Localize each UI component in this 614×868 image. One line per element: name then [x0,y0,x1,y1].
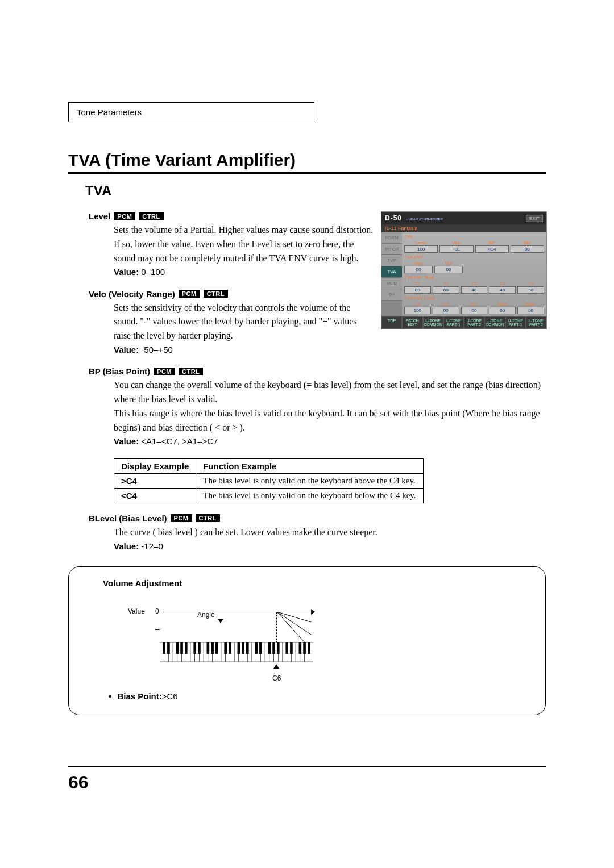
bp-desc2: This bias range is where the bias level … [114,407,546,435]
scr-main: TVA Level100 Velo+31 BP<C4 Blvl00 TVA EN… [402,232,546,316]
svg-rect-42 [176,642,179,654]
svg-rect-64 [308,642,310,654]
scr-btm-2[interactable]: U-TONE COMMON [423,316,443,329]
bp-label: BP (Bias Point) [89,366,150,376]
scr-side-settings[interactable]: ⚙≡ [381,289,402,301]
bp-value-label: Value: [114,436,139,446]
level-value-label: Value: [114,267,139,277]
bp-desc1: You can change the overall volume of the… [114,378,546,407]
vol-dashed-line [276,612,277,646]
scr-btm-top[interactable]: TOP [381,316,402,329]
blevel-value: -12–0 [141,541,163,551]
ctrl-tag: CTRL [179,368,203,375]
svg-rect-40 [163,642,165,654]
vol-heading: Volume Adjustment [103,578,528,588]
blevel-desc: The curve ( bias level ) can be set. Low… [114,525,546,540]
td-func-1: The bias level is only valid on the keyb… [196,488,423,503]
scr-sec-envlevel: TVA ENV Level [404,295,544,301]
svg-rect-45 [193,642,196,654]
svg-rect-52 [238,642,240,654]
param-blevel: BLevel (Bias Level) PCM CTRL The curve (… [89,514,546,553]
arrow-up-icon [273,664,279,669]
bias-example-table: Display Example Function Example >C4 The… [114,458,424,503]
vol-bias-value: >C6 [162,691,178,701]
svg-rect-49 [215,642,218,654]
page: Tone Parameters TVA (Time Variant Amplif… [0,0,614,816]
svg-rect-47 [207,642,210,654]
svg-rect-57 [268,642,271,654]
ctrl-tag: CTRL [139,212,163,220]
svg-rect-59 [277,642,280,654]
scr-btm-6[interactable]: U-TONE PART-1 [505,316,526,329]
table-row: <C4 The bias level is only valid on the … [114,488,424,503]
vol-zero-label: 0 [155,607,159,615]
blevel-label: BLevel (Bias Level) [89,514,167,523]
svg-rect-46 [198,642,201,654]
svg-rect-48 [211,642,214,654]
scr-side-tvf[interactable]: TVF [381,255,402,266]
th-display: Display Example [114,458,196,473]
velo-value: -50–+50 [141,345,172,354]
bottom-rule: 66 [68,766,546,793]
ctrl-tag: CTRL [196,514,220,522]
scr-btm-3[interactable]: L-TONE PART-1 [443,316,464,329]
keyboard-icon [160,642,313,665]
scr-exit-button[interactable]: EXIT [526,215,543,222]
scr-sec-env: TVA ENV [404,254,544,260]
velo-label: Velo (Velocity Range) [89,289,175,299]
scr-btm-7[interactable]: L-TONE PART-2 [526,316,546,329]
svg-line-3 [277,612,305,643]
level-label: Level [89,211,110,221]
svg-rect-61 [290,642,293,654]
ctrl-tag: CTRL [204,290,228,298]
svg-rect-62 [299,642,302,654]
scr-logo: D-50 [385,214,402,222]
level-value: 0–100 [141,267,165,277]
scr-bottom-tabs: TOP PATCH EDIT U-TONE COMMON L-TONE PART… [381,316,546,329]
svg-rect-43 [180,642,183,654]
svg-rect-50 [224,642,227,654]
vol-bias-label: Bias Point: [117,691,161,701]
scr-side-pitch[interactable]: PITCH [381,244,402,255]
scr-btm-4[interactable]: U-TONE PART-2 [464,316,484,329]
param-level: Level PCM CTRL Sets the volume of a Part… [89,211,375,279]
scr-sidebar: FORM PITCH TVF TVA MOD ⚙≡ [381,232,402,316]
scr-side-tva[interactable]: TVA [381,266,402,278]
svg-rect-44 [185,642,188,654]
svg-rect-55 [255,642,258,654]
volume-adjustment-box: Volume Adjustment Value 0 – Angle C6 [68,566,546,715]
scr-side-mod[interactable]: MOD [381,278,402,289]
level-desc: Sets the volume of a Partial. Higher val… [114,223,375,265]
scr-patch-title: I1-11 Fantasia [381,224,546,232]
vol-diagram: Value 0 – Angle C6 [131,603,528,688]
td-disp-1: <C4 [114,488,196,503]
param-bp: BP (Bias Point) PCM CTRL You can change … [89,366,546,448]
arrow-right-icon [311,609,315,615]
vol-value-label: Value [128,607,145,615]
section-header-box: Tone Parameters [68,102,314,122]
svg-rect-58 [272,642,275,654]
td-func-0: The bias level is only valid on the keyb… [196,473,423,488]
table-row: >C4 The bias level is only valid on the … [114,473,424,488]
slope-lines-icon [163,612,311,646]
bp-value: <A1–<C7, >A1–>C7 [141,436,218,446]
scr-btm-5[interactable]: L-TONE COMMON [484,316,505,329]
velo-desc: Sets the sensitivity of the velocity tha… [114,301,375,343]
page-number: 66 [68,772,546,793]
section-header-text: Tone Parameters [77,107,142,117]
th-function: Function Example [196,458,423,473]
pcm-tag: PCM [179,290,200,298]
blevel-value-label: Value: [114,541,139,551]
svg-rect-54 [246,642,249,654]
page-subtitle: TVA [85,183,546,199]
svg-rect-51 [229,642,231,654]
vol-minus-label: – [155,624,160,633]
svg-rect-41 [167,642,170,654]
scr-btm-1[interactable]: PATCH EDIT [402,316,422,329]
synth-screenshot: D-50 LINEAR SYNTHESIZER EXIT I1-11 Fanta… [381,211,547,329]
svg-line-2 [277,612,311,635]
svg-rect-56 [259,642,262,654]
scr-sec-envtime: TVA ENV Time [404,275,544,280]
svg-rect-60 [285,642,288,654]
scr-side-form[interactable]: FORM [381,232,402,244]
